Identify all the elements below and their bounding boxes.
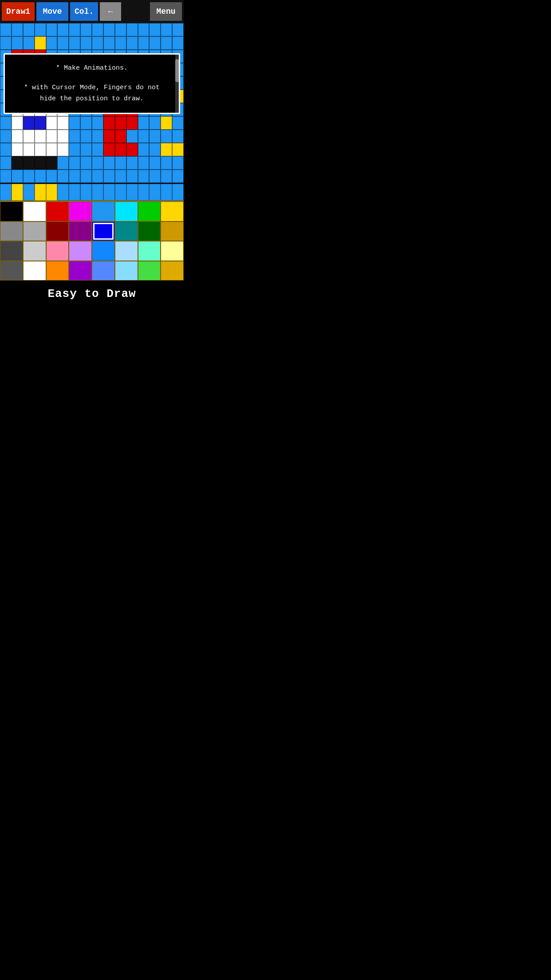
pixel-cell[interactable] — [23, 156, 35, 170]
pixel-cell[interactable] — [69, 143, 80, 156]
pixel-cell[interactable] — [172, 23, 184, 36]
pixel-cell[interactable] — [161, 130, 172, 143]
pixel-cell[interactable] — [138, 130, 150, 143]
pixel-cell[interactable] — [149, 130, 161, 143]
pixel-cell[interactable] — [35, 36, 46, 50]
pixel-cell[interactable] — [126, 143, 138, 156]
pixel-cell[interactable] — [0, 23, 12, 36]
color-swatch[interactable] — [92, 261, 115, 281]
pixel-cell[interactable] — [69, 116, 80, 130]
palette-row-cell[interactable] — [172, 184, 184, 201]
palette-row-cell[interactable] — [46, 184, 58, 201]
pixel-cell[interactable] — [69, 36, 80, 50]
pixel-cell[interactable] — [80, 170, 92, 183]
palette-row-cell[interactable] — [0, 184, 12, 201]
pixel-cell[interactable] — [35, 170, 46, 183]
pixel-cell[interactable] — [23, 116, 35, 130]
pixel-cell[interactable] — [0, 156, 12, 170]
pixel-cell[interactable] — [149, 23, 161, 36]
color-swatch[interactable] — [0, 221, 23, 241]
pixel-cell[interactable] — [149, 156, 161, 170]
pixel-cell[interactable] — [57, 116, 69, 130]
pixel-cell[interactable] — [126, 116, 138, 130]
move-button[interactable]: Move — [36, 2, 68, 21]
pixel-cell[interactable] — [0, 143, 12, 156]
color-swatch[interactable] — [92, 202, 115, 221]
draw1-button[interactable]: Draw1 — [2, 2, 35, 21]
pixel-cell[interactable] — [115, 23, 126, 36]
pixel-cell[interactable] — [92, 36, 103, 50]
pixel-cell[interactable] — [80, 23, 92, 36]
pixel-cell[interactable] — [92, 23, 103, 36]
color-swatch[interactable] — [161, 241, 184, 261]
pixel-cell[interactable] — [12, 23, 23, 36]
pixel-cell[interactable] — [46, 156, 58, 170]
pixel-cell[interactable] — [23, 130, 35, 143]
palette-row-cell[interactable] — [69, 184, 80, 201]
pixel-cell[interactable] — [103, 156, 115, 170]
color-swatch[interactable] — [0, 241, 23, 261]
pixel-cell[interactable] — [23, 23, 35, 36]
color-swatch[interactable] — [161, 221, 184, 241]
pixel-cell[interactable] — [35, 130, 46, 143]
pixel-cell[interactable] — [161, 156, 172, 170]
pixel-cell[interactable] — [46, 143, 58, 156]
pixel-cell[interactable] — [12, 143, 23, 156]
pixel-cell[interactable] — [161, 36, 172, 50]
pixel-cell[interactable] — [69, 156, 80, 170]
pixel-cell[interactable] — [103, 130, 115, 143]
color-swatch[interactable] — [92, 221, 115, 241]
color-swatch[interactable] — [69, 241, 92, 261]
color-swatch[interactable] — [46, 241, 69, 261]
color-swatch[interactable] — [69, 221, 92, 241]
pixel-cell[interactable] — [172, 170, 184, 183]
col-button[interactable]: Col. — [70, 2, 98, 21]
pixel-cell[interactable] — [149, 116, 161, 130]
pixel-cell[interactable] — [23, 36, 35, 50]
pixel-cell[interactable] — [126, 170, 138, 183]
pixel-cell[interactable] — [138, 156, 150, 170]
pixel-cell[interactable] — [69, 130, 80, 143]
pixel-cell[interactable] — [172, 143, 184, 156]
palette-row-cell[interactable] — [138, 184, 150, 201]
color-swatch[interactable] — [115, 202, 138, 221]
palette-row-cell[interactable] — [126, 184, 138, 201]
pixel-cell[interactable] — [172, 156, 184, 170]
pixel-cell[interactable] — [57, 156, 69, 170]
palette-row-cell[interactable] — [115, 184, 126, 201]
palette-row-cell[interactable] — [35, 184, 46, 201]
pixel-cell[interactable] — [103, 116, 115, 130]
pixel-cell[interactable] — [149, 36, 161, 50]
pixel-canvas-area[interactable]: * Make Animations. * with Cursor Mode, F… — [0, 23, 184, 183]
color-swatch[interactable] — [92, 241, 115, 261]
palette-row-cell[interactable] — [92, 184, 103, 201]
pixel-cell[interactable] — [12, 36, 23, 50]
pixel-cell[interactable] — [149, 170, 161, 183]
pixel-cell[interactable] — [172, 36, 184, 50]
pixel-cell[interactable] — [138, 23, 150, 36]
pixel-cell[interactable] — [0, 116, 12, 130]
palette-row-cell[interactable] — [149, 184, 161, 201]
pixel-cell[interactable] — [161, 170, 172, 183]
pixel-cell[interactable] — [69, 23, 80, 36]
pixel-cell[interactable] — [138, 170, 150, 183]
pixel-cell[interactable] — [92, 116, 103, 130]
palette-row-cell[interactable] — [103, 184, 115, 201]
color-swatch[interactable] — [161, 202, 184, 221]
pixel-cell[interactable] — [92, 130, 103, 143]
color-swatch[interactable] — [138, 202, 161, 221]
pixel-cell[interactable] — [0, 130, 12, 143]
color-swatch[interactable] — [115, 261, 138, 281]
pixel-cell[interactable] — [12, 156, 23, 170]
color-swatch[interactable] — [23, 221, 46, 241]
color-swatch[interactable] — [161, 261, 184, 281]
color-swatch[interactable] — [138, 261, 161, 281]
pixel-cell[interactable] — [115, 170, 126, 183]
pixel-cell[interactable] — [80, 130, 92, 143]
palette-row-cell[interactable] — [161, 184, 172, 201]
color-swatch[interactable] — [46, 261, 69, 281]
palette-row-cell[interactable] — [12, 184, 23, 201]
pixel-cell[interactable] — [103, 143, 115, 156]
pixel-cell[interactable] — [23, 170, 35, 183]
color-swatch[interactable] — [69, 261, 92, 281]
